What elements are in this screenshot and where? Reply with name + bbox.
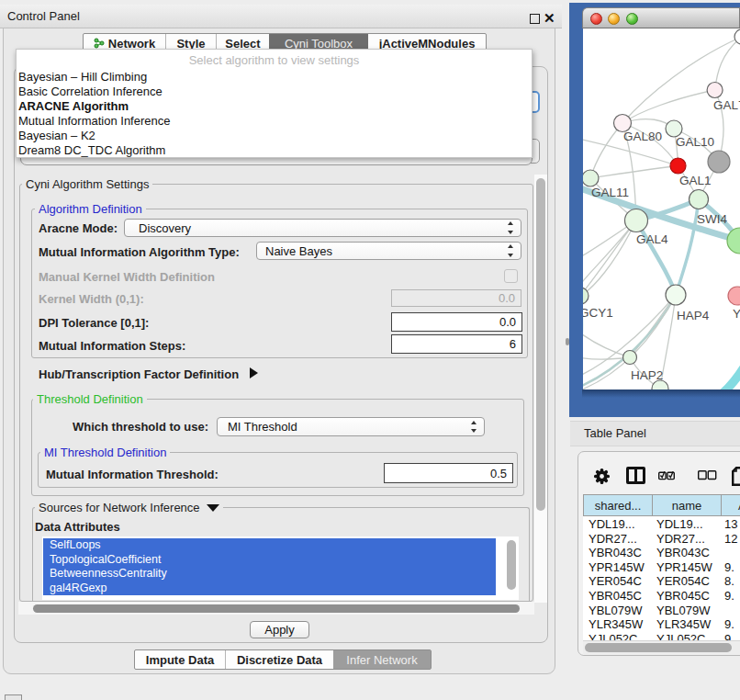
- svg-text:HAP4: HAP4: [677, 309, 710, 322]
- svg-text:GAL4: GAL4: [636, 232, 668, 246]
- svg-text:GAL1: GAL1: [679, 174, 712, 187]
- svg-text:SWI4: SWI4: [697, 212, 727, 226]
- svg-text:GCY1: GCY1: [583, 306, 613, 320]
- svg-text:GAL10: GAL10: [676, 135, 714, 149]
- svg-text:GAL80: GAL80: [623, 130, 662, 143]
- svg-text:GAL7: GAL7: [713, 98, 740, 112]
- svg-text:HAP2: HAP2: [631, 368, 663, 382]
- svg-text:YEL: YEL: [733, 307, 740, 321]
- svg-text:GAL11: GAL11: [591, 186, 629, 199]
